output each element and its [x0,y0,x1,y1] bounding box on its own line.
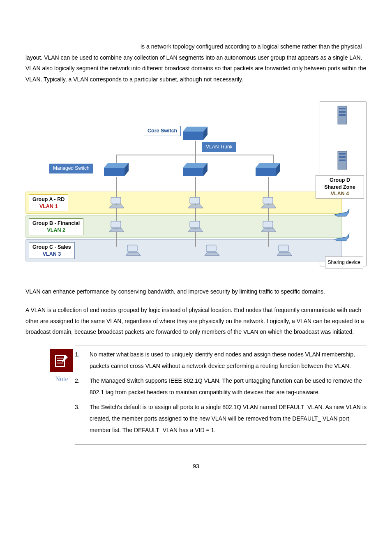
server-icon [337,105,348,126]
note-text: No matter what basis is used to uniquely… [90,349,367,372]
managed-switch-icon [181,163,210,177]
link-line [195,177,196,247]
page-number: 93 [25,461,367,472]
link-line [273,155,274,164]
link-line [116,155,117,164]
svg-marker-29 [109,229,124,232]
svg-marker-27 [261,205,276,208]
svg-marker-37 [205,252,219,256]
laptop-icon [260,220,278,233]
svg-rect-30 [190,221,200,228]
svg-rect-19 [339,160,346,161]
managed-switch-icon [102,163,131,177]
vlan1-band [25,192,342,214]
laptop-icon [187,220,205,233]
vlan-topology-diagram: Core Switch VLAN Trunk Managed Switch Gr… [25,93,367,274]
svg-rect-7 [183,168,203,176]
group-c-vlan: VLAN 3 [43,251,61,257]
svg-rect-18 [339,156,346,158]
svg-rect-32 [263,221,273,228]
laptop-icon [275,244,293,257]
svg-marker-31 [188,229,203,232]
note-number: 1. [75,349,81,372]
server-icon [337,150,348,171]
svg-marker-20 [334,209,349,216]
vlan-trunk-label: VLAN Trunk [202,142,236,152]
svg-rect-10 [256,168,276,176]
group-c-label: Group C - Sales VLAN 3 [29,242,75,259]
group-a-vlan: VLAN 1 [39,204,58,209]
paragraph-performance: VLAN can enhance performance by conservi… [25,286,367,297]
svg-rect-14 [339,111,346,113]
laptop-icon [260,197,278,209]
note-number: 2. [75,375,81,398]
svg-marker-3 [104,163,129,168]
svg-marker-0 [183,127,208,132]
svg-rect-34 [127,245,137,252]
sharing-device-label: Sharing device [325,257,363,268]
note-block: 1. No matter what basis is used to uniqu… [75,345,367,444]
laptop-icon [108,197,126,209]
link-line [116,155,274,155]
note-text: The Managed Switch supports IEEE 802.1Q … [90,375,367,398]
note-label: Note [50,373,73,385]
svg-rect-15 [339,114,346,116]
svg-rect-28 [111,221,121,228]
svg-rect-38 [279,245,288,252]
svg-marker-35 [126,252,141,256]
note-number: 3. [75,401,81,436]
svg-rect-36 [206,245,216,252]
sharing-device-icon [334,208,350,217]
core-switch-label: Core Switch [144,126,181,136]
paragraph-collection: A VLAN is a collection of end nodes grou… [25,305,367,338]
group-d-sub: Shared Zone [324,184,355,190]
link-line [116,177,117,247]
core-switch-icon [181,127,210,141]
laptop-icon [108,220,126,233]
svg-rect-17 [339,153,346,155]
note-item: 3. The Switch's default is to assign all… [75,401,367,436]
svg-marker-6 [183,163,208,168]
svg-rect-1 [183,132,203,140]
svg-marker-39 [277,252,292,256]
note-list: 1. No matter what basis is used to uniqu… [75,349,367,439]
note-icon-column: Note [50,349,73,385]
sharing-device-icon [334,233,350,242]
laptop-icon [203,244,221,257]
group-c-title: Group C - Sales [32,244,71,250]
note-item: 1. No matter what basis is used to uniqu… [75,349,367,372]
laptop-icon [124,244,142,257]
svg-rect-26 [263,197,273,204]
managed-switch-icon [254,163,282,177]
svg-rect-13 [339,108,346,109]
note-icon [50,349,73,372]
group-d-label: Group D Shared Zone VLAN 4 [316,175,364,199]
note-item: 2. The Managed Switch supports IEEE 802.… [75,375,367,398]
intro-paragraph: is a network topology configured accordi… [25,41,367,85]
svg-marker-23 [109,205,124,208]
svg-marker-9 [256,163,280,168]
laptop-icon [187,197,205,209]
group-b-label: Group B - Financial VLAN 2 [29,218,83,235]
svg-marker-25 [188,205,203,208]
note-text: The Switch's default is to assign all po… [90,401,367,436]
managed-switch-label: Managed Switch [49,164,93,173]
group-b-title: Group B - Financial [32,220,80,226]
group-d-title: Group D [330,177,350,183]
group-a-label: Group A - RD VLAN 1 [29,194,68,211]
svg-rect-24 [190,197,200,204]
link-line [195,141,196,163]
group-d-vlan: VLAN 4 [331,191,349,197]
intro-text: is a network topology configured accordi… [25,43,366,83]
svg-rect-22 [111,197,121,204]
group-a-title: Group A - RD [32,197,65,202]
group-b-vlan: VLAN 2 [47,227,65,233]
svg-marker-33 [261,229,276,232]
link-line [268,177,269,247]
svg-rect-4 [104,168,125,176]
svg-marker-21 [334,234,349,241]
